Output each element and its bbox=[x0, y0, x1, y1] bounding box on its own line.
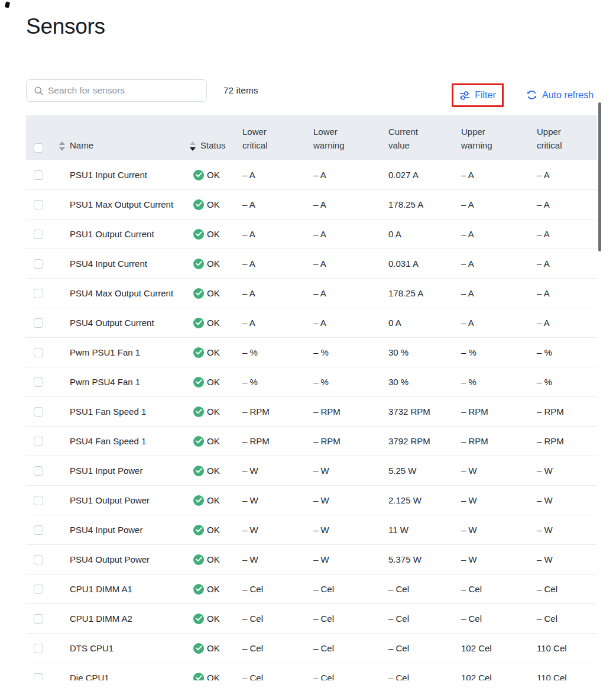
upper-warning-value: – % bbox=[459, 377, 534, 387]
column-header-current-value[interactable]: Current value bbox=[386, 125, 459, 160]
current-value: 0 A bbox=[386, 318, 459, 328]
current-value: 0.031 A bbox=[386, 259, 459, 269]
row-checkbox[interactable] bbox=[34, 170, 43, 180]
lower-critical-value: – A bbox=[240, 229, 311, 239]
row-checkbox[interactable] bbox=[34, 437, 43, 446]
status-label: OK bbox=[207, 584, 220, 594]
column-header-status[interactable]: Status bbox=[190, 139, 240, 160]
row-checkbox[interactable] bbox=[34, 259, 43, 269]
column-header-upper-warning[interactable]: Upper warning bbox=[459, 125, 534, 160]
table-row: CPU1 DIMM A2 OK – Cel – Cel – Cel – Cel … bbox=[26, 604, 597, 634]
lower-warning-value: – Cel bbox=[311, 643, 386, 653]
vertical-scrollbar[interactable] bbox=[598, 102, 601, 251]
filter-annotation-box: Filter bbox=[452, 83, 504, 107]
status-cell: OK bbox=[190, 584, 240, 595]
lower-warning-value: – % bbox=[311, 347, 386, 357]
upper-warning-value: – Cel bbox=[459, 614, 534, 624]
status-cell: OK bbox=[190, 288, 240, 299]
row-checkbox[interactable] bbox=[34, 614, 43, 624]
row-checkbox[interactable] bbox=[34, 348, 43, 357]
current-value: 5.25 W bbox=[386, 466, 459, 476]
select-all-checkbox[interactable] bbox=[34, 143, 43, 153]
lower-warning-value: – A bbox=[311, 199, 386, 209]
row-checkbox[interactable] bbox=[34, 525, 43, 535]
lower-warning-value: – RPM bbox=[311, 436, 386, 446]
table-row: Die CPU1 OK – Cel – Cel – Cel 102 Cel 11… bbox=[26, 663, 597, 680]
lower-warning-value: – W bbox=[311, 525, 386, 535]
upper-warning-value: – W bbox=[459, 554, 534, 564]
row-checkbox[interactable] bbox=[34, 200, 43, 209]
upper-critical-value: – W bbox=[534, 495, 597, 505]
status-ok-icon bbox=[193, 377, 204, 388]
status-cell: OK bbox=[190, 673, 240, 681]
current-value: 3732 RPM bbox=[386, 406, 459, 417]
sort-icon-status-desc bbox=[190, 141, 196, 151]
column-header-lower-critical[interactable]: Lower critical bbox=[240, 125, 311, 160]
status-ok-icon bbox=[193, 554, 204, 565]
upper-critical-value: – RPM bbox=[534, 406, 597, 417]
upper-critical-value: – W bbox=[534, 466, 597, 476]
lower-warning-value: – W bbox=[311, 554, 386, 564]
status-cell: OK bbox=[190, 554, 240, 565]
sensor-name: PSU4 Input Power bbox=[59, 525, 190, 535]
lower-critical-value: – A bbox=[240, 288, 311, 298]
status-label: OK bbox=[207, 288, 220, 298]
status-ok-icon bbox=[193, 347, 204, 358]
lower-warning-value: – Cel bbox=[311, 614, 386, 624]
row-checkbox[interactable] bbox=[34, 644, 43, 653]
sensor-name: PSU4 Fan Speed 1 bbox=[59, 436, 190, 446]
row-checkbox[interactable] bbox=[34, 289, 43, 298]
status-cell: OK bbox=[190, 614, 240, 624]
lower-critical-value: – A bbox=[240, 259, 311, 269]
upper-warning-value: 102 Cel bbox=[459, 643, 534, 653]
lower-warning-value: – Cel bbox=[311, 673, 386, 680]
sensor-name: PSU4 Input Current bbox=[59, 259, 190, 269]
table-row: Pwm PSU4 Fan 1 OK – % – % 30 % – % – % bbox=[26, 367, 597, 397]
lower-critical-value: – RPM bbox=[240, 406, 311, 417]
upper-warning-value: – A bbox=[459, 318, 534, 328]
lower-critical-value: – W bbox=[240, 525, 311, 535]
search-box[interactable] bbox=[26, 79, 207, 102]
upper-warning-value: – A bbox=[459, 259, 534, 269]
upper-warning-value: – A bbox=[459, 170, 534, 180]
row-checkbox[interactable] bbox=[34, 555, 43, 564]
column-label: Lower warning bbox=[313, 125, 351, 153]
status-ok-icon bbox=[193, 288, 204, 299]
row-checkbox[interactable] bbox=[34, 318, 43, 328]
column-header-name[interactable]: Name bbox=[59, 139, 190, 160]
status-label: OK bbox=[207, 170, 220, 180]
search-input[interactable] bbox=[48, 85, 196, 96]
sensor-name: Die CPU1 bbox=[59, 673, 190, 680]
row-checkbox[interactable] bbox=[34, 496, 43, 505]
filter-button[interactable]: Filter bbox=[459, 90, 496, 101]
current-value: 178.25 A bbox=[386, 288, 459, 298]
sensor-name: Pwm PSU4 Fan 1 bbox=[59, 377, 190, 387]
status-ok-icon bbox=[193, 199, 204, 210]
sensors-table: Name Status Lower critical Lower warning… bbox=[26, 115, 597, 680]
row-checkbox[interactable] bbox=[34, 230, 43, 239]
sensor-name: PSU4 Output Current bbox=[59, 318, 190, 328]
lower-critical-value: – A bbox=[240, 170, 311, 180]
current-value: – Cel bbox=[386, 584, 459, 594]
row-checkbox[interactable] bbox=[34, 377, 43, 387]
status-label: OK bbox=[207, 525, 220, 535]
status-cell: OK bbox=[190, 643, 240, 654]
row-checkbox[interactable] bbox=[34, 585, 43, 594]
row-checkbox[interactable] bbox=[34, 673, 43, 681]
row-checkbox[interactable] bbox=[34, 407, 43, 417]
auto-refresh-button[interactable]: Auto refresh bbox=[526, 89, 594, 101]
upper-critical-value: – W bbox=[534, 554, 597, 564]
status-label: OK bbox=[207, 406, 220, 417]
status-label: OK bbox=[207, 229, 220, 239]
upper-warning-value: – W bbox=[459, 525, 534, 535]
upper-critical-value: – A bbox=[534, 229, 597, 239]
row-checkbox[interactable] bbox=[34, 466, 43, 476]
column-header-lower-warning[interactable]: Lower warning bbox=[311, 125, 386, 160]
lower-warning-value: – A bbox=[311, 170, 386, 180]
status-label: OK bbox=[207, 436, 220, 446]
current-value: 30 % bbox=[386, 377, 459, 387]
column-header-upper-critical[interactable]: Upper critical bbox=[534, 125, 597, 160]
table-row: PSU1 Fan Speed 1 OK – RPM – RPM 3732 RPM… bbox=[26, 397, 597, 427]
status-label: OK bbox=[207, 318, 220, 328]
sensor-name: CPU1 DIMM A1 bbox=[59, 584, 190, 594]
